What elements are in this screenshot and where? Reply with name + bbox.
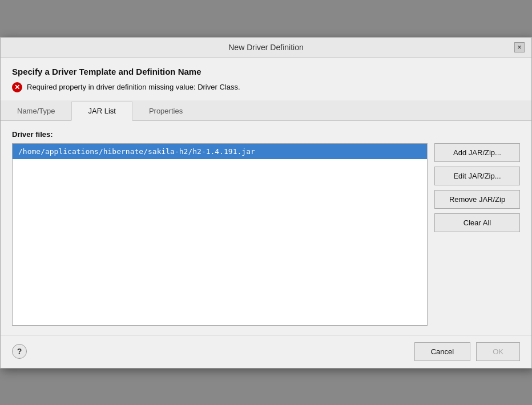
clear-all-button[interactable]: Clear All: [434, 213, 520, 232]
tabs-bar: Name/Type JAR List Properties: [1, 100, 531, 121]
jar-buttons-panel: Add JAR/Zip... Edit JAR/Zip... Remove JA…: [434, 143, 520, 232]
dialog-body: Specify a Driver Template and Definition…: [1, 58, 531, 98]
error-message: Required property in driver definition m…: [27, 83, 240, 91]
dialog-heading: Specify a Driver Template and Definition…: [12, 67, 520, 76]
remove-jar-button[interactable]: Remove JAR/Zip: [434, 190, 520, 209]
jar-section: /home/applications/hibernate/sakila-h2/h…: [12, 143, 520, 326]
tab-jar-list[interactable]: JAR List: [71, 102, 132, 121]
driver-files-label: Driver files:: [12, 130, 520, 139]
help-button[interactable]: ?: [12, 344, 27, 359]
dialog-title: New Driver Definition: [18, 43, 514, 52]
tabs-section: Name/Type JAR List Properties Driver fil…: [1, 100, 531, 335]
footer-actions: Cancel OK: [414, 342, 520, 361]
title-bar: New Driver Definition ×: [1, 38, 531, 58]
tab-name-type[interactable]: Name/Type: [1, 102, 71, 121]
new-driver-dialog: New Driver Definition × Specify a Driver…: [0, 37, 532, 368]
tab-properties[interactable]: Properties: [132, 102, 199, 121]
ok-button[interactable]: OK: [476, 342, 520, 361]
edit-jar-button[interactable]: Edit JAR/Zip...: [434, 167, 520, 185]
error-icon: ✕: [12, 82, 22, 92]
close-button[interactable]: ×: [514, 42, 525, 52]
cancel-button[interactable]: Cancel: [414, 342, 470, 361]
jar-file-list[interactable]: /home/applications/hibernate/sakila-h2/h…: [12, 143, 428, 326]
jar-list-tab-content: Driver files: /home/applications/hiberna…: [1, 121, 531, 335]
dialog-footer: ? Cancel OK: [1, 335, 531, 368]
jar-list-item[interactable]: /home/applications/hibernate/sakila-h2/h…: [13, 144, 427, 159]
error-row: ✕ Required property in driver definition…: [12, 82, 520, 92]
add-jar-button[interactable]: Add JAR/Zip...: [434, 143, 520, 162]
